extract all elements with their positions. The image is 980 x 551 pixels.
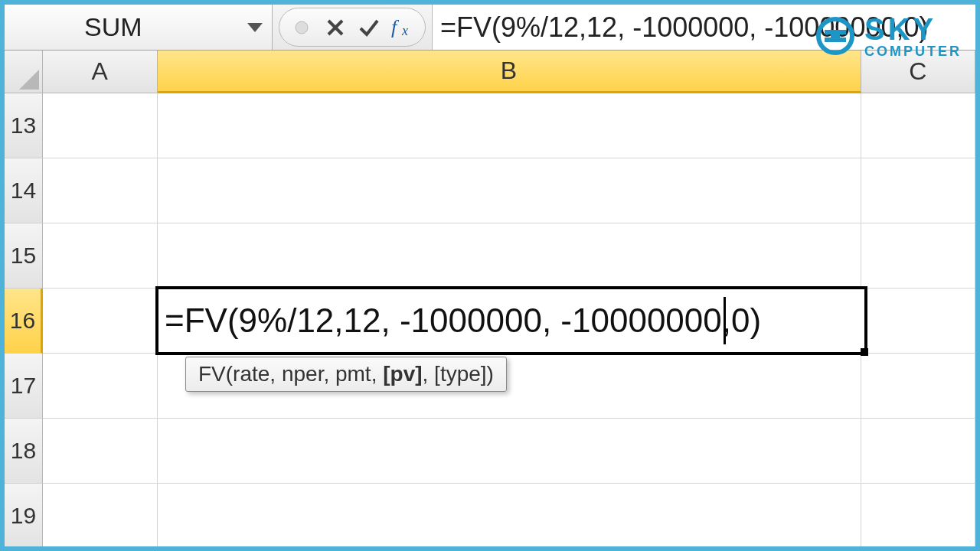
formula-bar-buttons: f x xyxy=(279,8,426,47)
cell-B19[interactable] xyxy=(158,484,861,549)
cell-C13[interactable] xyxy=(861,93,976,158)
row-header-16[interactable]: 16 xyxy=(5,289,43,354)
cell-C15[interactable] xyxy=(861,223,976,289)
name-box-value: SUM xyxy=(15,12,247,42)
cell-grid: =FV(9%/12,12, -1000000, -10000000,0) FV(… xyxy=(43,93,975,546)
cell-C17[interactable] xyxy=(861,354,976,419)
row-header-14[interactable]: 14 xyxy=(5,158,43,223)
col-header-A[interactable]: A xyxy=(43,51,158,93)
row-header-18[interactable]: 18 xyxy=(5,419,43,484)
cell-A17[interactable] xyxy=(43,354,158,419)
name-box[interactable]: SUM xyxy=(5,5,273,50)
row-header-19[interactable]: 19 xyxy=(5,484,43,549)
function-tooltip[interactable]: FV(rate, nper, pmt, [pv], [type]) xyxy=(185,357,507,392)
enter-icon[interactable] xyxy=(358,18,381,37)
cell-B15[interactable] xyxy=(158,223,861,289)
logo-line1: SKY xyxy=(864,14,962,44)
name-box-dropdown-icon[interactable] xyxy=(247,23,263,32)
active-cell-B16[interactable]: =FV(9%/12,12, -1000000, -10000000,0) xyxy=(155,286,867,355)
cell-A14[interactable] xyxy=(43,158,158,223)
cell-A15[interactable] xyxy=(43,223,158,289)
cancel-icon[interactable] xyxy=(324,18,347,37)
cell-A19[interactable] xyxy=(43,484,158,549)
row-header-15[interactable]: 15 xyxy=(5,223,43,289)
text-cursor xyxy=(724,297,726,344)
row-header-13[interactable]: 13 xyxy=(5,93,43,158)
col-header-B[interactable]: B xyxy=(158,51,861,93)
cell-B13[interactable] xyxy=(158,93,861,158)
cell-B14[interactable] xyxy=(158,158,861,223)
cell-B18[interactable] xyxy=(158,419,861,484)
logo-line2: COMPUTER xyxy=(864,44,962,58)
row-header-17[interactable]: 17 xyxy=(5,354,43,419)
cell-C19[interactable] xyxy=(861,484,976,549)
cell-A13[interactable] xyxy=(43,93,158,158)
cell-C14[interactable] xyxy=(861,158,976,223)
fill-handle[interactable] xyxy=(861,348,868,356)
svg-text:x: x xyxy=(401,23,408,38)
worksheet: A B C 13 14 15 16 17 18 19 =FV(9%/12,12,… xyxy=(5,51,975,546)
watermark-logo: SKY COMPUTER xyxy=(814,14,962,58)
cell-A16[interactable] xyxy=(43,289,158,354)
circle-icon xyxy=(290,20,313,35)
cell-C18[interactable] xyxy=(861,419,976,484)
cell-A18[interactable] xyxy=(43,419,158,484)
select-all-corner[interactable] xyxy=(5,51,43,93)
svg-text:f: f xyxy=(391,17,400,38)
cell-C16[interactable] xyxy=(861,289,976,354)
active-cell-text: =FV(9%/12,12, -1000000, -10000000,0) xyxy=(165,302,761,340)
row-headers: 13 14 15 16 17 18 19 xyxy=(5,93,43,546)
logo-icon xyxy=(814,15,857,57)
fx-icon[interactable]: f x xyxy=(391,17,414,38)
svg-point-0 xyxy=(296,21,308,34)
